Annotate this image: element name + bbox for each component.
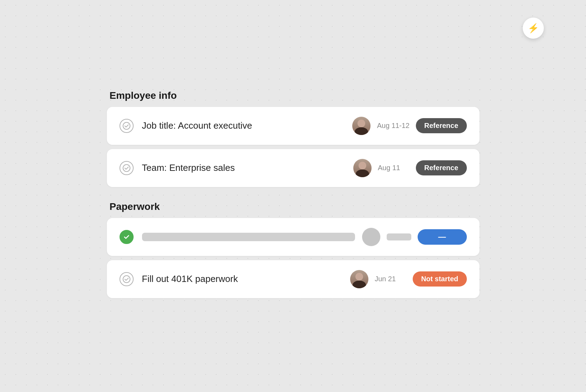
avatar-team [353, 159, 372, 177]
blurred-card [107, 218, 479, 256]
lightning-icon: ⚡ [528, 23, 539, 34]
svg-point-1 [123, 165, 130, 172]
fill-401k-card: Fill out 401K paperwork Jun 21 Not start… [107, 260, 479, 298]
job-title-label: Job title: Account executive [142, 120, 346, 131]
date-team: Aug 11 [378, 164, 410, 172]
employee-info-section: Employee info Job title: Account executi… [107, 90, 479, 187]
fill-401k-label: Fill out 401K paperwork [142, 274, 343, 284]
check-icon-401k [120, 272, 134, 286]
badge-blue-blurred[interactable] [418, 229, 467, 245]
check-icon-job-title [120, 119, 134, 133]
avatar-401k [350, 270, 368, 288]
badge-reference-team[interactable]: Reference [416, 160, 467, 175]
team-card: Team: Enterprise sales Aug 11 Reference [107, 149, 479, 187]
paperwork-section: Paperwork Fill out 401K paperwork [107, 201, 479, 298]
svg-point-2 [123, 276, 130, 283]
main-container: Employee info Job title: Account executi… [100, 83, 487, 309]
svg-point-0 [123, 122, 130, 129]
date-401k: Jun 21 [375, 275, 406, 283]
job-title-card: Job title: Account executive Aug 11-12 R… [107, 107, 479, 145]
flash-button[interactable]: ⚡ [523, 18, 544, 39]
date-job-title: Aug 11-12 [377, 122, 409, 130]
badge-not-started[interactable]: Not started [413, 271, 467, 287]
blurred-label [142, 233, 355, 241]
check-icon-team [120, 161, 134, 175]
avatar-job-title [352, 117, 371, 135]
badge-reference-job-title[interactable]: Reference [416, 118, 467, 133]
avatar-blurred [362, 228, 380, 246]
team-label: Team: Enterprise sales [142, 162, 346, 173]
check-icon-blurred [120, 230, 134, 244]
date-blurred [387, 233, 411, 240]
paperwork-title: Paperwork [107, 201, 479, 212]
employee-info-title: Employee info [107, 90, 479, 101]
